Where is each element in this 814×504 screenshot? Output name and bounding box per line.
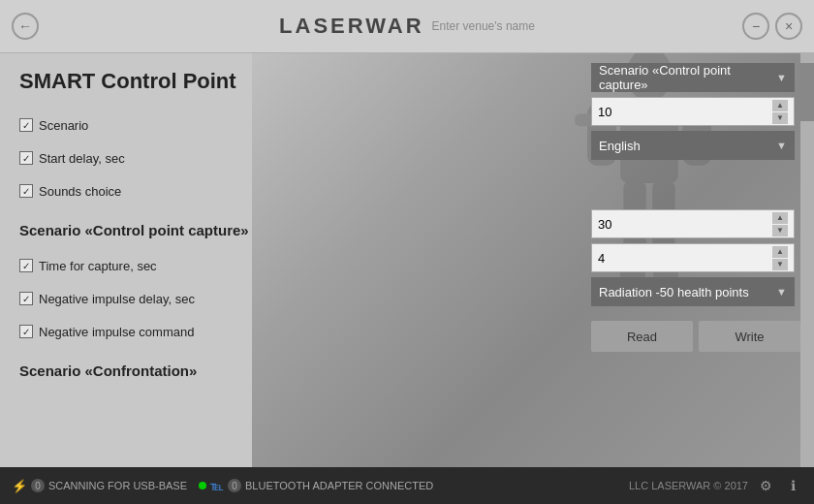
spinner-arrows-neg-impulse-delay: ▲ ▼ [772,246,788,270]
neg-impulse-cmd-dropdown[interactable]: Radiation -50 health points ▼ [591,277,795,306]
setting-row-start-delay: ✓ Start delay, sec [19,142,543,173]
checkbox-start-delay[interactable]: ✓ [19,151,33,165]
section1-header: Scenario «Control point capture» [19,218,543,242]
left-panel: SMART Control Point ✓ Scenario ✓ Start d… [0,53,562,406]
checkbox-sounds[interactable]: ✓ [19,184,33,198]
setting-row-neg-impulse-delay: ✓ Negative impulse delay, sec [19,283,543,314]
spinner-up-start-delay[interactable]: ▲ [772,100,788,111]
setting-row-neg-impulse-cmd: ✓ Negative impulse command [19,316,543,347]
label-neg-impulse-cmd: Negative impulse command [39,325,194,339]
spinner-down-neg-impulse-delay[interactable]: ▼ [772,259,788,270]
start-delay-spinner[interactable]: 10 ▲ ▼ [591,97,795,126]
start-delay-value: 10 [598,105,611,119]
label-sounds: Sounds choice [39,184,121,199]
back-icon: ← [18,18,32,34]
bluetooth-badge: 0 [228,479,241,492]
scrollbar[interactable] [800,53,814,467]
checkbox-scenario[interactable]: ✓ [19,118,33,132]
scenario-dropdown-value: Scenario «Control point capture» [599,63,776,92]
setting-row-sounds: ✓ Sounds choice [19,175,543,206]
time-capture-spinner[interactable]: 30 ▲ ▼ [591,209,795,238]
main-content: SMART Control Point ✓ Scenario ✓ Start d… [0,53,814,467]
bluetooth-dot [199,482,206,489]
section-gap-1 [591,165,800,207]
usb-icon: ⚡ [12,479,27,493]
neg-impulse-cmd-arrow: ▼ [776,286,787,298]
spinner-down-start-delay[interactable]: ▼ [772,112,788,124]
app-title: LASERWAR [279,14,424,39]
setting-row-scenario: ✓ Scenario [19,110,543,141]
back-button[interactable]: ← [12,13,39,40]
status-left: ⚡ 0 SCANNING FOR USB-BASE ℡ 0 BLUETOOTH … [12,479,433,493]
bluetooth-icon: ℡ [210,479,224,493]
label-start-delay: Start delay, sec [39,151,125,166]
minimize-button[interactable]: − [742,13,769,40]
minimize-icon: − [752,18,760,34]
settings-icon[interactable]: ⚙ [756,476,775,495]
neg-impulse-cmd-value: Radiation -50 health points [599,285,749,299]
bluetooth-status: ℡ 0 BLUETOOTH ADAPTER CONNECTED [199,479,433,493]
spinner-arrows-start-delay: ▲ ▼ [772,100,788,124]
setting-row-time-capture: ✓ Time for capture, sec [19,250,543,281]
scrollbar-thumb[interactable] [800,63,814,121]
close-icon: × [785,18,793,34]
section2-header: Scenario «Confrontation» [19,359,543,383]
title-bar: ← LASERWAR Enter venue's name − × [0,0,814,53]
page-title: SMART Control Point [19,69,543,94]
checkbox-neg-impulse-cmd[interactable]: ✓ [19,325,33,338]
right-controls-panel: Scenario «Control point capture» ▼ 10 ▲ … [591,63,800,352]
sounds-dropdown-arrow: ▼ [776,140,787,151]
close-button[interactable]: × [775,13,802,40]
neg-impulse-delay-spinner[interactable]: 4 ▲ ▼ [591,243,795,272]
usb-status: ⚡ 0 SCANNING FOR USB-BASE [12,479,187,493]
bluetooth-label: BLUETOOTH ADAPTER CONNECTED [245,480,433,491]
sounds-dropdown-value: English [599,139,641,153]
info-icon[interactable]: ℹ [783,476,802,495]
checkbox-time-capture[interactable]: ✓ [19,259,33,272]
spinner-arrows-time-capture: ▲ ▼ [772,212,788,236]
scenario-dropdown-arrow: ▼ [776,72,787,83]
usb-badge: 0 [31,479,45,492]
label-neg-impulse-delay: Negative impulse delay, sec [39,292,195,306]
write-button[interactable]: Write [699,321,800,352]
neg-impulse-delay-value: 4 [598,251,605,266]
status-right: LLC LASERWAR © 2017 ⚙ ℹ [629,476,802,495]
status-bar: ⚡ 0 SCANNING FOR USB-BASE ℡ 0 BLUETOOTH … [0,467,814,504]
label-time-capture: Time for capture, sec [39,259,157,273]
time-capture-value: 30 [598,217,611,232]
spinner-up-time-capture[interactable]: ▲ [772,212,788,224]
scenario-dropdown[interactable]: Scenario «Control point capture» ▼ [591,63,795,92]
spinner-down-time-capture[interactable]: ▼ [772,225,788,236]
action-buttons: Read Write [591,311,800,352]
copyright-text: LLC LASERWAR © 2017 [629,480,748,491]
venue-name: Enter venue's name [432,19,535,33]
read-button[interactable]: Read [591,321,693,352]
checkbox-neg-impulse-delay[interactable]: ✓ [19,292,33,305]
sounds-dropdown[interactable]: English ▼ [591,131,795,160]
label-scenario: Scenario [39,118,88,133]
spinner-up-neg-impulse-delay[interactable]: ▲ [772,246,788,258]
usb-label: SCANNING FOR USB-BASE [48,480,187,491]
